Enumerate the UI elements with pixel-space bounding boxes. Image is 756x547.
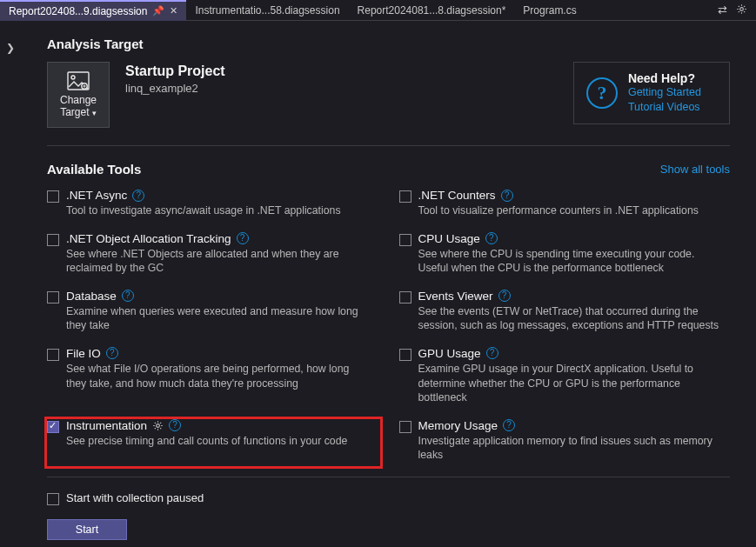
tool-memory-usage-checkbox[interactable] [399,421,411,433]
start-paused-checkbox[interactable] [47,493,59,505]
tool-name: Instrumentation [66,419,147,432]
tool-events-viewer-checkbox[interactable] [399,291,411,304]
tool-name: Memory Usage [418,419,498,432]
available-tools-heading: Available Tools [47,162,141,177]
tool-net-async: .NET Async ? Tool to investigate async/a… [47,189,378,218]
tab-instrumentation[interactable]: Instrumentatio...58.diagsession [186,0,348,21]
svg-point-2 [71,76,75,79]
tool-name: File IO [66,347,101,360]
main-content: Analysis Target Change Target ▾ Startup … [21,21,756,547]
getting-started-link[interactable]: Getting Started [628,85,701,100]
tab-report-8[interactable]: Report2024081...8.diagsession* [349,0,515,21]
expand-chevron-icon[interactable]: ❯ [0,42,21,54]
info-icon[interactable]: ? [106,347,118,359]
show-all-tools-link[interactable]: Show all tools [660,163,730,176]
tool-allocation: .NET Object Allocation Tracking ? See wh… [47,232,378,276]
tool-net-counters-checkbox[interactable] [399,190,411,203]
tool-cpu-usage-checkbox[interactable] [399,234,411,246]
tab-label: Program.cs [523,4,576,17]
tab-program-cs[interactable]: Program.cs [514,0,585,21]
info-icon[interactable]: ? [486,347,498,359]
info-icon[interactable]: ? [122,290,134,302]
info-icon[interactable]: ? [169,419,181,431]
tab-label: Instrumentatio...58.diagsession [195,4,339,17]
help-card: ? Need Help? Getting Started Tutorial Vi… [573,62,730,124]
start-paused-label: Start with collection paused [66,491,204,504]
info-icon[interactable]: ? [498,290,511,302]
tab-strip-icons: ⇄ [718,3,756,17]
tab-overflow-icon[interactable]: ⇄ [718,3,727,17]
tool-net-counters: .NET Counters ? Tool to visualize perfor… [399,189,731,218]
tool-net-async-checkbox[interactable] [47,190,59,203]
tool-file-io-checkbox[interactable] [47,349,59,361]
tool-name: CPU Usage [418,232,480,245]
target-info: Startup Project linq_example2 [125,62,225,95]
tool-events-viewer: Events Viewer ? See the events (ETW or N… [399,290,731,333]
pin-icon[interactable]: 📌 [152,5,164,17]
tool-name: .NET Object Allocation Tracking [66,232,231,245]
tool-desc: See precise timing and call counts of fu… [66,434,371,449]
help-icon: ? [586,77,618,109]
tab-label: Report202408...9.diagsession [9,5,147,17]
tab-strip: Report202408...9.diagsession 📌 ✕ Instrum… [0,0,756,21]
tool-gpu-usage-checkbox[interactable] [399,349,411,361]
tool-database-checkbox[interactable] [47,291,59,304]
tab-report-9[interactable]: Report202408...9.diagsession 📌 ✕ [0,0,186,21]
tool-desc: Tool to investigate async/await usage in… [66,203,371,218]
tool-allocation-checkbox[interactable] [47,234,59,246]
tool-desc: Examine GPU usage in your DirectX applic… [418,362,723,405]
svg-point-4 [157,424,160,427]
tool-desc: Tool to visualize performance counters i… [418,203,723,218]
tool-name: .NET Counters [418,189,496,202]
tutorial-videos-link[interactable]: Tutorial Videos [628,100,701,115]
start-button[interactable]: Start [47,519,127,540]
tool-desc: See what File I/O operations are being p… [66,362,371,390]
target-image-icon [67,71,90,90]
tool-desc: Investigate application memory to find i… [418,434,723,463]
gear-icon[interactable] [736,3,747,17]
tool-desc: See where .NET Objects are allocated and… [66,247,371,276]
close-icon[interactable]: ✕ [170,5,177,17]
info-icon[interactable]: ? [237,232,249,244]
tool-name: .NET Async [66,189,127,202]
help-title: Need Help? [628,71,701,85]
chevron-down-icon: ▾ [92,109,97,117]
tab-label: Report2024081...8.diagsession* [358,4,506,17]
change-target-button[interactable]: Change Target ▾ [47,62,110,128]
tool-name: GPU Usage [418,347,481,360]
startup-project-name: linq_example2 [125,82,225,95]
tool-gpu-usage: GPU Usage ? Examine GPU usage in your Di… [399,347,731,405]
tool-desc: See the events (ETW or NetTrace) that oc… [418,304,723,333]
tool-file-io: File IO ? See what File I/O operations a… [47,347,378,405]
startup-project-title: Startup Project [125,63,225,79]
tool-name: Events Viewer [418,290,493,303]
tool-database: Database ? Examine when queries were exe… [47,290,378,333]
tool-instrumentation-checkbox[interactable] [47,421,59,433]
info-icon[interactable]: ? [503,419,515,431]
left-gutter: ❯ [0,21,21,547]
change-target-label: Change Target [60,94,97,118]
info-icon[interactable]: ? [132,190,144,202]
info-icon[interactable]: ? [485,232,498,244]
tool-name: Database [66,290,117,303]
svg-point-0 [740,7,744,10]
info-icon[interactable]: ? [501,190,513,202]
tool-cpu-usage: CPU Usage ? See where the CPU is spendin… [399,232,731,276]
gear-icon[interactable] [152,420,164,431]
tool-instrumentation: Instrumentation ? See precise timing and… [45,417,382,468]
tool-memory-usage: Memory Usage ? Investigate application m… [399,419,731,463]
tools-grid: .NET Async ? Tool to investigate async/a… [47,189,730,477]
analysis-target-heading: Analysis Target [47,37,730,51]
tool-desc: Examine when queries were executed and m… [66,304,371,333]
tool-desc: See where the CPU is spending time execu… [418,247,723,276]
